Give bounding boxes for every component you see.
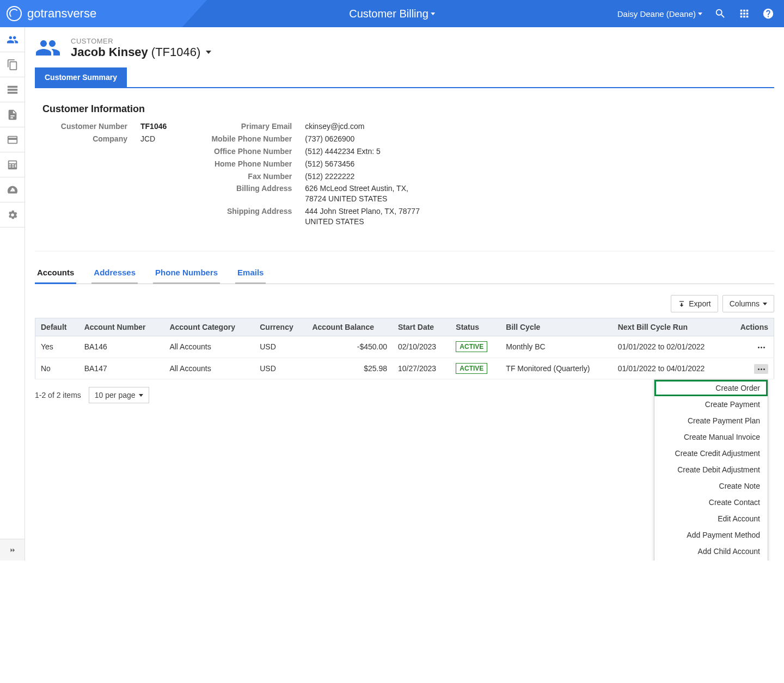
- row-actions-button[interactable]: [754, 343, 768, 353]
- calculator-icon: [7, 159, 19, 171]
- info-label: Fax Number: [199, 171, 292, 182]
- export-button[interactable]: Export: [671, 295, 718, 312]
- module-title: Customer Billing: [349, 8, 428, 20]
- customer-info-grid: Customer NumberTF1046CompanyJCD Primary …: [35, 121, 774, 229]
- pager-summary: 1-2 of 2 items: [35, 391, 81, 399]
- sidebar-expand[interactable]: [0, 539, 24, 561]
- left-sidebar: [0, 27, 25, 561]
- column-header[interactable]: Account Number: [79, 318, 164, 336]
- column-header[interactable]: Bill Cycle: [500, 318, 612, 336]
- sidebar-item-customers[interactable]: [0, 27, 24, 52]
- info-value: ckinsey@jcd.com: [305, 121, 364, 132]
- cell: All Accounts: [164, 358, 254, 379]
- subtab-addresses[interactable]: Addresses: [91, 262, 138, 284]
- brand-logo[interactable]: gotransverse: [0, 6, 96, 21]
- download-icon: [678, 300, 685, 307]
- info-value: 444 John Street Plano, TX, 78777 UNITED …: [305, 206, 430, 227]
- columns-button[interactable]: Columns: [722, 295, 774, 312]
- customer-code: (TF1046): [151, 45, 200, 59]
- menu-item-edit-account[interactable]: Edit Account: [654, 510, 768, 527]
- columns-label: Columns: [730, 299, 759, 308]
- sidebar-item-card[interactable]: [0, 127, 24, 152]
- logo-swirl-icon: [7, 6, 22, 21]
- copy-icon: [7, 59, 19, 71]
- per-page-label: 10 per page: [95, 391, 136, 399]
- subtab-accounts[interactable]: Accounts: [35, 262, 76, 284]
- column-header[interactable]: Currency: [254, 318, 307, 336]
- column-header[interactable]: Actions: [728, 318, 774, 336]
- accounts-table: DefaultAccount NumberAccount CategoryCur…: [35, 318, 774, 379]
- cell: 01/01/2022 to 02/01/2022: [612, 336, 728, 358]
- menu-item-create-payment-plan[interactable]: Create Payment Plan: [654, 413, 768, 429]
- column-header[interactable]: Default: [35, 318, 79, 336]
- cell: 10/27/2023: [393, 358, 450, 379]
- cell: -$450.00: [307, 336, 393, 358]
- row-actions-button[interactable]: [754, 364, 768, 374]
- info-label: Primary Email: [199, 121, 292, 132]
- info-value: (512) 4442234 Extn: 5: [305, 146, 381, 157]
- apps-grid-icon[interactable]: [738, 8, 750, 20]
- module-dropdown[interactable]: Customer Billing: [349, 8, 435, 20]
- column-header[interactable]: Status: [450, 318, 500, 336]
- primary-tabstrip: Customer Summary: [35, 67, 774, 88]
- subtab-emails[interactable]: Emails: [235, 262, 266, 284]
- customer-selector[interactable]: Jacob Kinsey (TF1046): [71, 45, 211, 59]
- top-header: gotransverse Customer Billing Daisy Dean…: [0, 0, 784, 27]
- info-label: Home Phone Number: [199, 159, 292, 169]
- caret-down-icon: [206, 51, 211, 54]
- menu-item-create-debit-adjustment[interactable]: Create Debit Adjustment: [654, 462, 768, 478]
- menu-item-create-payment[interactable]: Create Payment: [654, 396, 768, 413]
- subtab-phone-numbers[interactable]: Phone Numbers: [153, 262, 220, 284]
- gear-icon: [7, 209, 19, 221]
- cell: TF Monitored (Quarterly): [500, 358, 612, 379]
- caret-down-icon: [139, 394, 143, 397]
- menu-item-create-order[interactable]: Create Order: [654, 380, 768, 396]
- column-header[interactable]: Account Balance: [307, 318, 393, 336]
- section-title: Customer Information: [42, 103, 774, 115]
- per-page-select[interactable]: 10 per page: [89, 387, 149, 403]
- row-actions-menu: Create OrderCreate PaymentCreate Payment…: [654, 379, 768, 561]
- cell: $25.98: [307, 358, 393, 379]
- sidebar-item-storage[interactable]: [0, 77, 24, 102]
- search-icon[interactable]: [714, 8, 726, 20]
- menu-item-create-credit-adjustment[interactable]: Create Credit Adjustment: [654, 445, 768, 462]
- help-icon[interactable]: [762, 8, 774, 20]
- menu-item-add-child-account[interactable]: Add Child Account: [654, 543, 768, 559]
- cell: Yes: [35, 336, 79, 358]
- document-icon: [7, 109, 19, 121]
- user-name: Daisy Deane (Deane): [617, 9, 696, 19]
- column-header[interactable]: Account Category: [164, 318, 254, 336]
- column-header[interactable]: Next Bill Cycle Run: [612, 318, 728, 336]
- sidebar-item-calculator[interactable]: [0, 152, 24, 177]
- customer-icon: [35, 35, 61, 61]
- table-row: YesBA146All AccountsUSD-$450.0002/10/202…: [35, 336, 774, 358]
- info-value: (512) 5673456: [305, 159, 354, 169]
- menu-item-create-contact[interactable]: Create Contact: [654, 494, 768, 510]
- sidebar-item-document[interactable]: [0, 102, 24, 127]
- ellipsis-icon: [758, 347, 765, 348]
- info-value: (737) 0626900: [305, 134, 354, 144]
- info-label: Billing Address: [199, 183, 292, 204]
- sidebar-item-dashboard[interactable]: [0, 177, 24, 202]
- caret-down-icon: [763, 303, 767, 305]
- info-value: JCD: [140, 134, 155, 144]
- column-header[interactable]: Start Date: [393, 318, 450, 336]
- tab-customer-summary[interactable]: Customer Summary: [35, 67, 127, 87]
- menu-item-add-payment-method[interactable]: Add Payment Method: [654, 527, 768, 543]
- users-icon: [7, 34, 19, 46]
- sidebar-item-settings[interactable]: [0, 202, 24, 227]
- user-menu[interactable]: Daisy Deane (Deane): [617, 9, 702, 19]
- cell: BA146: [79, 336, 164, 358]
- storage-icon: [7, 84, 19, 96]
- ellipsis-icon: [758, 368, 765, 370]
- subtabs: AccountsAddressesPhone NumbersEmails: [35, 251, 774, 284]
- main-content: CUSTOMER Jacob Kinsey (TF1046) Customer …: [25, 27, 784, 561]
- menu-item-create-note[interactable]: Create Note: [654, 478, 768, 494]
- info-label: Shipping Address: [199, 206, 292, 227]
- status-badge: ACTIVE: [456, 341, 487, 352]
- menu-item-create-manual-invoice[interactable]: Create Manual Invoice: [654, 429, 768, 445]
- cell: USD: [254, 336, 307, 358]
- customer-name: Jacob Kinsey: [71, 45, 148, 59]
- menu-item-link-managed-account[interactable]: Link Managed Account: [654, 559, 768, 561]
- sidebar-item-copy[interactable]: [0, 52, 24, 77]
